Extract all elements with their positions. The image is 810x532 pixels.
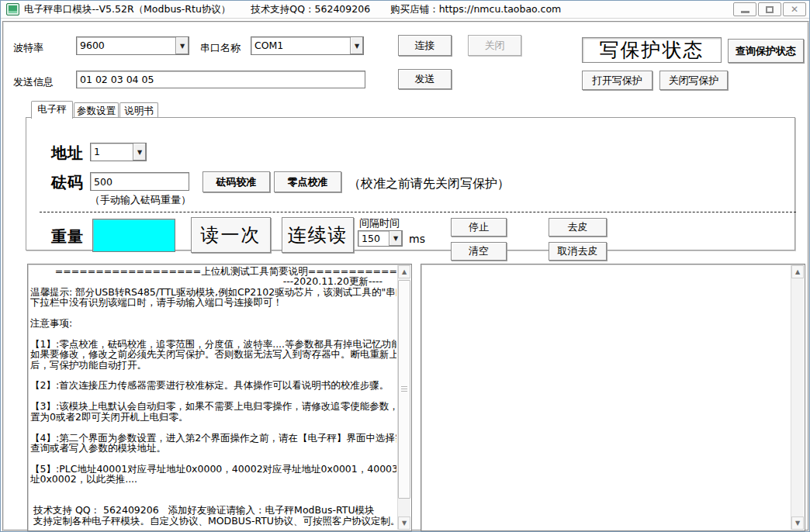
interval-unit-label: ms — [409, 233, 425, 245]
app-window: 电子秤串口模块--V5.52R（Modbus-Rtu协议） 技术支持QQ：562… — [0, 0, 810, 532]
interval-label: 间隔时间 — [359, 216, 400, 230]
weight-label: 重量 — [51, 226, 84, 247]
query-protect-status-button[interactable]: 查询保护状态 — [728, 39, 804, 63]
send-info-input[interactable] — [76, 71, 365, 88]
cal-weight-hint: （手动输入砝码重量） — [90, 193, 191, 207]
scrollbar-thumb[interactable] — [398, 280, 410, 499]
receive-panel[interactable]: ▲ ▼ — [421, 264, 805, 531]
cal-weight-label: 砝码 — [51, 172, 84, 193]
zero-calibrate-button[interactable]: 零点校准 — [274, 171, 341, 192]
weight-value-display — [92, 219, 175, 252]
read-once-button[interactable]: 读一次 — [191, 217, 271, 253]
receive-text — [424, 266, 790, 529]
instructions-scrollbar[interactable]: ▲ ▼ — [397, 265, 410, 530]
instructions-panel[interactable]: ==================上位机测试工具简要说明===========… — [27, 264, 412, 531]
send-button[interactable]: 发送 — [398, 69, 452, 89]
disconnect-button[interactable]: 关闭 — [468, 35, 521, 56]
title-shop-url: 购买店铺：https://nmcu.taobao.com — [390, 3, 561, 16]
send-info-label: 发送信息 — [13, 75, 54, 89]
title-support-qq: 技术支持QQ：562409206 — [251, 3, 370, 16]
close-button[interactable]: ✕ — [783, 2, 806, 16]
clear-button[interactable]: 清空 — [451, 242, 507, 261]
port-dropdown-button[interactable]: ▼ — [350, 37, 363, 54]
baud-rate-value: 9600 — [77, 37, 175, 54]
interval-combobox[interactable]: 150 ▼ — [358, 230, 403, 247]
close-write-protect-button[interactable]: 关闭写保护 — [659, 71, 728, 90]
chevron-down-icon: ▼ — [393, 235, 398, 242]
maximize-button[interactable] — [758, 2, 781, 16]
read-continuous-button[interactable]: 连续读 — [282, 217, 354, 253]
app-icon — [6, 3, 19, 16]
minimize-icon — [741, 11, 749, 13]
title-bar: 电子秤串口模块--V5.52R（Modbus-Rtu协议） 技术支持QQ：562… — [1, 1, 809, 19]
minimize-button[interactable] — [733, 2, 756, 16]
window-title: 电子秤串口模块--V5.52R（Modbus-Rtu协议） — [24, 3, 230, 16]
connect-button[interactable]: 连接 — [398, 35, 452, 56]
baud-rate-label: 波特率 — [13, 41, 43, 55]
scroll-down-icon[interactable]: ▼ — [398, 516, 410, 530]
chevron-down-icon: ▼ — [137, 149, 142, 156]
tab-scale[interactable]: 电子秤 — [31, 101, 73, 119]
baud-rate-dropdown-button[interactable]: ▼ — [175, 37, 189, 54]
interval-value: 150 — [358, 231, 389, 246]
port-name-combobox[interactable]: COM1 ▼ — [251, 36, 364, 55]
scroll-up-icon[interactable]: ▲ — [791, 265, 804, 278]
cal-weight-input[interactable] — [90, 172, 189, 191]
tab-manual[interactable]: 说明书 — [119, 102, 158, 118]
scroll-down-icon[interactable]: ▼ — [791, 516, 804, 530]
dashed-separator — [40, 212, 796, 212]
client-area: 波特率 9600 ▼ 串口名称 COM1 ▼ 连接 关闭 写保护状态 查询保护状… — [2, 21, 809, 531]
tare-button[interactable]: 去皮 — [549, 218, 607, 237]
address-value: 1 — [91, 143, 133, 161]
port-name-value: COM1 — [251, 37, 350, 54]
address-combobox[interactable]: 1 ▼ — [90, 143, 147, 161]
calibration-note: （校准之前请先关闭写保护） — [348, 176, 510, 192]
close-icon: ✕ — [791, 5, 798, 14]
tab-parameter-settings[interactable]: 参数设置 — [74, 102, 119, 118]
maximize-icon — [766, 6, 774, 13]
chevron-down-icon: ▼ — [355, 43, 359, 50]
cancel-tare-button[interactable]: 取消去皮 — [549, 242, 607, 261]
address-label: 地址 — [51, 143, 84, 164]
receive-scrollbar[interactable]: ▲ ▼ — [791, 265, 804, 530]
tab-page-scale: 地址 1 ▼ 砝码 砝码较准 零点校准 （校准之前请先关闭写保护） （手动输入砝… — [26, 117, 795, 250]
scroll-up-icon[interactable]: ▲ — [398, 265, 410, 278]
weight-calibrate-button[interactable]: 砝码较准 — [202, 171, 270, 192]
interval-dropdown-button[interactable]: ▼ — [389, 231, 402, 246]
open-write-protect-button[interactable]: 打开写保护 — [582, 71, 652, 90]
address-dropdown-button[interactable]: ▼ — [133, 143, 146, 161]
scrollbar-grip — [401, 386, 407, 392]
port-name-label: 串口名称 — [200, 41, 241, 55]
chevron-down-icon: ▼ — [180, 43, 185, 50]
write-protect-status-display: 写保护状态 — [582, 37, 722, 63]
baud-rate-combobox[interactable]: 9600 ▼ — [76, 36, 189, 55]
instructions-text: ==================上位机测试工具简要说明===========… — [30, 266, 396, 529]
stop-button[interactable]: 停止 — [451, 218, 507, 237]
